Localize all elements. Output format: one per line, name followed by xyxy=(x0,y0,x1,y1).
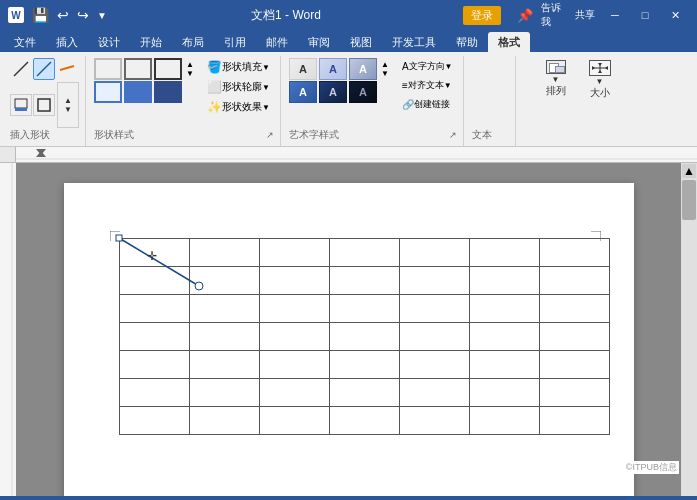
tab-mailings[interactable]: 邮件 xyxy=(256,32,298,52)
table-cell[interactable] xyxy=(469,407,539,435)
table-cell[interactable] xyxy=(469,323,539,351)
scroll-thumb[interactable] xyxy=(682,180,696,220)
table-cell[interactable] xyxy=(119,323,189,351)
table-cell[interactable] xyxy=(399,295,469,323)
pin-button[interactable]: 📌 xyxy=(511,4,539,26)
style-more-btn[interactable]: ▲ ▼ xyxy=(184,58,196,80)
arrange-btn[interactable]: ▼ 排列 xyxy=(538,58,574,100)
tab-format[interactable]: 格式 xyxy=(488,32,530,52)
style-preset-3[interactable] xyxy=(154,58,182,80)
table-cell[interactable] xyxy=(399,379,469,407)
table-cell[interactable] xyxy=(469,379,539,407)
table-container[interactable] xyxy=(119,238,610,435)
outline-dropdown[interactable] xyxy=(33,94,55,116)
undo-quick-btn[interactable]: ↩ xyxy=(55,7,71,23)
table-cell[interactable] xyxy=(189,407,259,435)
fill-dropdown[interactable] xyxy=(10,94,32,116)
line-shape-btn[interactable] xyxy=(10,58,32,80)
orange-line-btn[interactable] xyxy=(56,58,78,80)
close-btn[interactable]: ✕ xyxy=(661,4,689,26)
align-text-btn[interactable]: ≡ 对齐文本 ▼ xyxy=(398,77,457,94)
table-cell[interactable] xyxy=(189,267,259,295)
customize-qa-btn[interactable]: ▼ xyxy=(95,10,109,21)
table-cell[interactable] xyxy=(259,351,329,379)
table-cell[interactable] xyxy=(469,267,539,295)
tab-file[interactable]: 文件 xyxy=(4,32,46,52)
table-cell[interactable] xyxy=(469,239,539,267)
art-preset-3[interactable]: A xyxy=(349,58,377,80)
art-more-btn[interactable]: ▲ ▼ xyxy=(379,58,391,80)
table-cell[interactable] xyxy=(539,239,609,267)
table-cell[interactable] xyxy=(329,379,399,407)
text-fill-btn[interactable]: A 文字方向 ▼ xyxy=(398,58,457,75)
login-button[interactable]: 登录 xyxy=(463,6,501,25)
table-cell[interactable] xyxy=(189,295,259,323)
create-link-btn[interactable]: 🔗 创建链接 xyxy=(398,96,457,113)
tab-layout[interactable]: 布局 xyxy=(172,32,214,52)
table-cell[interactable] xyxy=(329,295,399,323)
table-cell[interactable] xyxy=(119,379,189,407)
table-cell[interactable] xyxy=(189,239,259,267)
table-cell[interactable] xyxy=(119,351,189,379)
shape-style-expand[interactable]: ↗ xyxy=(266,130,274,140)
table-cell[interactable] xyxy=(399,351,469,379)
size-btn[interactable]: ▼ 大小 xyxy=(582,58,618,102)
table-cell[interactable] xyxy=(189,379,259,407)
feedback-btn[interactable]: 告诉我 xyxy=(541,4,569,26)
redo-quick-btn[interactable]: ↪ xyxy=(75,7,91,23)
table-cell[interactable] xyxy=(329,351,399,379)
table-cell[interactable] xyxy=(399,323,469,351)
tab-help[interactable]: 帮助 xyxy=(446,32,488,52)
table-cell[interactable] xyxy=(539,267,609,295)
tab-design[interactable]: 设计 xyxy=(88,32,130,52)
table-cell[interactable] xyxy=(259,267,329,295)
tab-references[interactable]: 引用 xyxy=(214,32,256,52)
table-cell[interactable] xyxy=(119,407,189,435)
style-preset-1[interactable] xyxy=(94,58,122,80)
art-preset-5[interactable]: A xyxy=(319,81,347,103)
table-cell[interactable] xyxy=(539,323,609,351)
table-cell[interactable] xyxy=(469,295,539,323)
shape-outline-btn[interactable]: ⬜ 形状轮廓 ▼ xyxy=(203,78,274,96)
style-preset-6[interactable] xyxy=(154,81,182,103)
table-cell[interactable] xyxy=(119,295,189,323)
minimize-btn[interactable]: ─ xyxy=(601,4,629,26)
art-preset-2[interactable]: A xyxy=(319,58,347,80)
table-cell[interactable] xyxy=(259,407,329,435)
shapes-dropdown-btn[interactable]: ▲ ▼ xyxy=(57,82,79,128)
tab-home[interactable]: 开始 xyxy=(130,32,172,52)
art-preset-1[interactable]: A xyxy=(289,58,317,80)
table-cell[interactable] xyxy=(329,267,399,295)
document-scroll[interactable]: ✛ xyxy=(16,163,681,496)
tab-insert[interactable]: 插入 xyxy=(46,32,88,52)
table-cell[interactable] xyxy=(119,267,189,295)
table-cell[interactable] xyxy=(539,407,609,435)
tab-view[interactable]: 视图 xyxy=(340,32,382,52)
style-preset-5[interactable] xyxy=(124,81,152,103)
table-cell[interactable] xyxy=(539,379,609,407)
scroll-up-btn[interactable]: ▲ xyxy=(682,164,696,178)
save-quick-btn[interactable]: 💾 xyxy=(30,7,51,23)
table-cell[interactable] xyxy=(259,323,329,351)
table-cell[interactable] xyxy=(189,323,259,351)
art-preset-4[interactable]: A xyxy=(289,81,317,103)
share-btn[interactable]: 共享 xyxy=(571,4,599,26)
table-cell[interactable] xyxy=(329,239,399,267)
table-cell[interactable] xyxy=(539,351,609,379)
table-cell[interactable] xyxy=(329,323,399,351)
style-preset-4[interactable] xyxy=(94,81,122,103)
table-cell[interactable] xyxy=(329,407,399,435)
shape-effect-btn[interactable]: ✨ 形状效果 ▼ xyxy=(203,98,274,116)
shape-fill-btn[interactable]: 🪣 形状填充 ▼ xyxy=(203,58,274,76)
table-cell[interactable] xyxy=(469,351,539,379)
diagonal-line-btn[interactable] xyxy=(33,58,55,80)
style-preset-2[interactable] xyxy=(124,58,152,80)
table-cell[interactable] xyxy=(399,239,469,267)
tab-developer[interactable]: 开发工具 xyxy=(382,32,446,52)
art-text-expand[interactable]: ↗ xyxy=(449,130,457,140)
table-cell[interactable] xyxy=(399,267,469,295)
table-cell[interactable] xyxy=(119,239,189,267)
table-cell[interactable] xyxy=(539,295,609,323)
art-preset-6[interactable]: A xyxy=(349,81,377,103)
table-cell[interactable] xyxy=(189,351,259,379)
